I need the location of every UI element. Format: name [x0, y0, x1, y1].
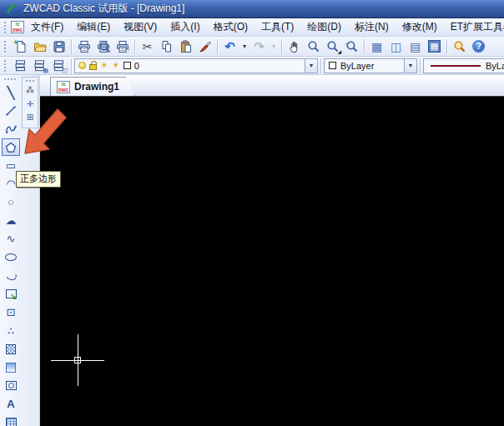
- zoom-previous-button[interactable]: ←: [342, 38, 361, 55]
- undo-dropdown-button[interactable]: ▾: [239, 38, 249, 55]
- dwg-document-icon[interactable]: ≈DWG: [11, 21, 24, 33]
- print-button[interactable]: [74, 38, 93, 55]
- current-layer-name: 0: [134, 61, 139, 71]
- paste-button[interactable]: [176, 38, 195, 55]
- tool-construction-line[interactable]: [2, 102, 20, 119]
- design-center-button[interactable]: ◫: [386, 38, 406, 55]
- pan-hand-icon: [288, 40, 301, 53]
- pan-button[interactable]: [285, 38, 304, 55]
- cut-button[interactable]: ✂: [138, 38, 157, 55]
- zoom-window-button[interactable]: ◢: [323, 38, 342, 55]
- layer-on-bulb-icon[interactable]: [78, 62, 86, 69]
- layer-freeze-sun-icon[interactable]: ☀: [100, 61, 108, 70]
- linetype-combo[interactable]: ByLayer: [423, 58, 504, 73]
- spline-icon: ∿: [7, 233, 16, 244]
- menu-draw[interactable]: 绘图(D): [300, 18, 348, 36]
- region-icon: [6, 381, 17, 390]
- tool-polygon[interactable]: [2, 138, 20, 156]
- dwg-label: DWG: [58, 88, 68, 93]
- menu-dimension[interactable]: 标注(N): [348, 18, 396, 36]
- tool-ellipse-arc[interactable]: [2, 267, 20, 284]
- separator: [134, 39, 135, 54]
- new-button[interactable]: +: [11, 38, 30, 55]
- tab-drawing1[interactable]: ≈DWG Drawing1: [50, 77, 135, 96]
- redo-dropdown-button[interactable]: ▾: [269, 38, 279, 55]
- tool-polyline[interactable]: [2, 120, 20, 138]
- hatch-icon: [6, 344, 16, 354]
- tool-table[interactable]: [2, 413, 20, 426]
- divide-points-icon: ⁂: [26, 87, 34, 95]
- menu-modify[interactable]: 修改(M): [396, 18, 444, 36]
- tool-palettes-button[interactable]: ▤: [406, 38, 425, 55]
- save-button[interactable]: [49, 38, 68, 55]
- layer-combo[interactable]: ☀ ☀ 0 ▾: [74, 58, 318, 73]
- undo-icon: ↶: [224, 40, 235, 53]
- menu-tools[interactable]: 工具(T): [255, 18, 300, 36]
- plot-button[interactable]: →: [113, 38, 132, 55]
- tool-multiline-text[interactable]: A: [2, 395, 20, 413]
- menubar-grip[interactable]: [3, 21, 8, 34]
- layers-toolbar-grip[interactable]: [3, 59, 8, 73]
- tool-circle[interactable]: ○: [2, 193, 20, 211]
- table-icon: [6, 418, 17, 426]
- chevron-down-icon: ▾: [409, 63, 412, 69]
- copy-button[interactable]: [157, 38, 176, 55]
- titlebar[interactable]: ZWCAD Classic 试用版 - [Drawing1]: [0, 0, 504, 18]
- help-button[interactable]: ?: [469, 38, 488, 55]
- dwg-file-icon: ≈DWG: [57, 81, 70, 93]
- mini-toolbar-grip[interactable]: [25, 79, 35, 83]
- revision-cloud-icon: ☁: [6, 215, 17, 226]
- zoom-realtime-icon: [307, 40, 320, 53]
- tool-insert-block[interactable]: ↘: [2, 285, 20, 303]
- standard-toolbar: + → ✂ ↶ ▾ ↷ ▾ ◢ ← ▦ ◫ ▤ ▦ ?: [0, 37, 504, 57]
- layer-combo-dropdown[interactable]: ▾: [305, 59, 317, 73]
- menubar: ≈DWG 文件(F) 编辑(E) 视图(V) 插入(I) 格式(O) 工具(T)…: [0, 18, 504, 37]
- layer-translator-button[interactable]: ◫: [49, 57, 68, 74]
- menu-view[interactable]: 视图(V): [117, 18, 164, 36]
- separator: [446, 39, 447, 54]
- tool-ellipse[interactable]: [2, 248, 20, 266]
- tool-gradient[interactable]: [2, 358, 20, 376]
- zoom-realtime-button[interactable]: [304, 38, 323, 55]
- color-combo-dropdown[interactable]: ▾: [404, 59, 416, 73]
- cut-icon: ✂: [143, 41, 153, 53]
- flyout-corner-icon: ◢: [337, 49, 341, 54]
- make-block-icon: ⊡: [7, 307, 16, 318]
- draw-toolbar-grip[interactable]: [3, 78, 17, 82]
- mini-tool-divide[interactable]: ⁂: [23, 84, 38, 98]
- current-color-swatch: [329, 62, 336, 69]
- print-preview-button[interactable]: [93, 38, 113, 55]
- layer-properties-button[interactable]: [11, 57, 30, 74]
- undo-button[interactable]: ↶: [220, 38, 239, 55]
- properties-palette-button[interactable]: ▦: [367, 38, 386, 55]
- menu-et-tools[interactable]: ET扩展工具(X): [444, 18, 504, 36]
- document-area: ≈DWG Drawing1: [40, 75, 504, 426]
- redo-button[interactable]: ↷: [249, 38, 269, 55]
- tool-region[interactable]: [2, 377, 20, 394]
- menu-insert[interactable]: 插入(I): [164, 18, 206, 36]
- menu-edit[interactable]: 编辑(E): [70, 18, 117, 36]
- badge-icon: ◫: [62, 68, 68, 73]
- tool-line[interactable]: ╲: [2, 83, 20, 101]
- tool-point[interactable]: ∴: [2, 322, 20, 339]
- insert-arrow-icon: ↘: [10, 293, 17, 301]
- standard-toolbar-grip[interactable]: [3, 40, 8, 53]
- tool-revision-cloud[interactable]: ☁: [2, 212, 20, 229]
- open-button[interactable]: [30, 38, 49, 55]
- arc-icon: ◠: [6, 178, 15, 189]
- menu-format[interactable]: 格式(O): [207, 18, 255, 36]
- menu-file[interactable]: 文件(F): [24, 18, 70, 36]
- match-properties-button[interactable]: [195, 38, 214, 55]
- calculator-button[interactable]: ▦: [425, 38, 444, 55]
- layer-vp-freeze-icon[interactable]: ☀: [112, 61, 120, 70]
- help-icon: ?: [472, 40, 485, 53]
- color-combo[interactable]: ByLayer ▾: [324, 58, 417, 73]
- layer-lock-icon[interactable]: [89, 64, 97, 70]
- tool-hatch[interactable]: [2, 340, 20, 358]
- find-button[interactable]: [450, 38, 469, 55]
- tool-spline[interactable]: ∿: [2, 230, 20, 248]
- drawing-canvas[interactable]: [40, 97, 504, 426]
- layer-states-button[interactable]: ▦: [30, 57, 49, 74]
- tool-make-block[interactable]: ⊡: [2, 303, 20, 321]
- separator: [364, 39, 365, 54]
